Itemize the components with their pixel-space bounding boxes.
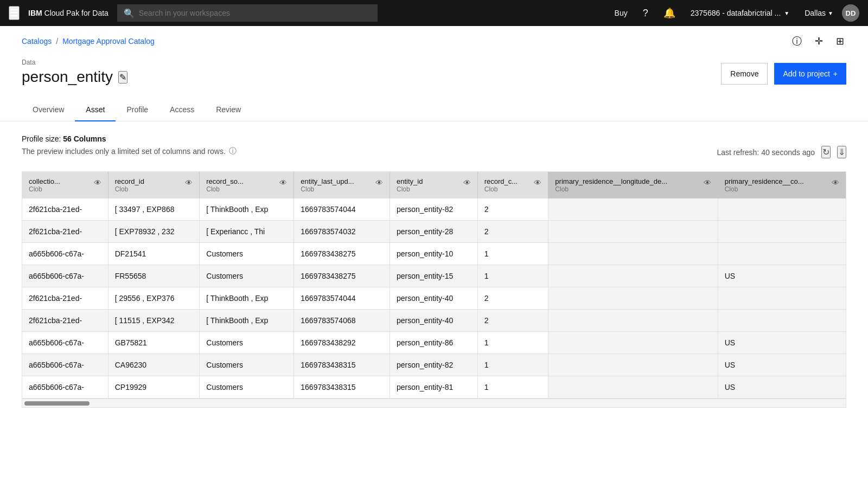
table-cell xyxy=(548,265,718,287)
table-cell: person_entity-10 xyxy=(390,243,478,265)
col-name-longitude: primary_residence__longitude_de... xyxy=(555,177,667,185)
table-body: 2f621cba-21ed-[ 33497 , EXP868[ ThinkBoo… xyxy=(22,198,846,399)
account-switcher[interactable]: 2375686 - datafabrictrial ... ▼ xyxy=(684,0,796,26)
table-cell: 2 xyxy=(477,198,548,221)
tab-review[interactable]: Review xyxy=(205,99,252,121)
col-name-collection: collectio... xyxy=(29,177,60,185)
scrollbar-thumb[interactable] xyxy=(24,401,90,406)
col-name-record-id: record_id xyxy=(115,177,144,185)
col-type-longitude: Clob xyxy=(555,185,667,193)
tabs-container: Overview Asset Profile Access Review xyxy=(0,86,868,121)
col-visibility-icon-co[interactable]: 👁 xyxy=(832,178,839,187)
edit-icon[interactable]: ✎ xyxy=(118,71,127,84)
table-cell: [ 33497 , EXP868 xyxy=(108,198,200,221)
page-header: Data person_entity ✎ Remove Add to proje… xyxy=(0,54,868,86)
col-type-record-c: Clob xyxy=(484,185,518,193)
table-cell: person_entity-82 xyxy=(390,354,478,376)
table-cell: person_entity-15 xyxy=(390,265,478,287)
table-cell: 1669783574032 xyxy=(294,221,390,243)
col-visibility-icon-record-so[interactable]: 👁 xyxy=(279,178,287,187)
table-cell: 1669783438315 xyxy=(294,354,390,376)
table-row: 2f621cba-21ed-[ 11515 , EXP342[ ThinkBoo… xyxy=(22,310,846,332)
notifications-button[interactable]: 🔔 xyxy=(657,0,682,26)
table-cell: [ 29556 , EXP376 xyxy=(108,287,200,310)
tab-access[interactable]: Access xyxy=(159,99,205,121)
table-cell: 2f621cba-21ed- xyxy=(22,198,108,221)
table-cell: US xyxy=(718,265,846,287)
avatar-initials: DD xyxy=(846,9,856,17)
table-cell: DF21541 xyxy=(108,243,200,265)
table-row: a665b606-c67a-CP19929Customers1669783438… xyxy=(22,376,846,399)
search-input[interactable] xyxy=(139,9,371,17)
table-cell xyxy=(548,310,718,332)
table-cell: person_entity-28 xyxy=(390,221,478,243)
table-cell xyxy=(548,198,718,221)
table-cell: 1669783438315 xyxy=(294,376,390,399)
col-visibility-icon-record-id[interactable]: 👁 xyxy=(185,178,193,187)
table-cell xyxy=(548,287,718,310)
table-cell: person_entity-82 xyxy=(390,198,478,221)
col-header-record-c: record_c... Clob 👁 xyxy=(477,172,548,198)
col-visibility-icon-entity-id[interactable]: 👁 xyxy=(463,178,471,187)
buy-button[interactable]: Buy xyxy=(608,0,634,26)
location-chevron-icon: ▼ xyxy=(828,10,833,16)
table-cell: 1 xyxy=(477,265,548,287)
table-cell: [ 11515 , EXP342 xyxy=(108,310,200,332)
table-cell: person_entity-40 xyxy=(390,287,478,310)
grid-view-icon[interactable]: ⊞ xyxy=(834,33,846,49)
table-cell: a665b606-c67a- xyxy=(22,376,108,399)
buy-label: Buy xyxy=(615,9,628,17)
tab-overview[interactable]: Overview xyxy=(22,99,75,121)
breadcrumb-root[interactable]: Catalogs xyxy=(22,37,52,46)
col-type-co: Clob xyxy=(725,185,804,193)
table-cell xyxy=(718,221,846,243)
table-cell: person_entity-86 xyxy=(390,332,478,354)
page-label: Data xyxy=(22,59,127,66)
col-header-entity-last-upd: entity_last_upd... Clob 👁 xyxy=(294,172,390,198)
chevron-down-icon: ▼ xyxy=(784,10,789,16)
table-cell: 1669783574044 xyxy=(294,287,390,310)
table-row: a665b606-c67a-FR55658Customers1669783438… xyxy=(22,265,846,287)
table-cell: [ ThinkBooth , Exp xyxy=(200,310,294,332)
table-cell: 1 xyxy=(477,376,548,399)
breadcrumb-current[interactable]: Mortgage Approval Catalog xyxy=(62,37,155,46)
table-cell: US xyxy=(718,354,846,376)
table-cell xyxy=(718,198,846,221)
breadcrumb-separator: / xyxy=(56,37,58,46)
col-type-entity-last-upd: Clob xyxy=(301,185,354,193)
search-box[interactable]: 🔍 xyxy=(117,4,378,22)
profile-size: Profile size: 56 Columns xyxy=(22,134,237,143)
horizontal-scrollbar[interactable] xyxy=(22,399,846,407)
avatar[interactable]: DD xyxy=(842,4,859,22)
add-to-project-button[interactable]: Add to project + xyxy=(774,63,846,85)
col-visibility-icon-entity-last-upd[interactable]: 👁 xyxy=(375,178,383,187)
brand-name: Cloud Pak for Data xyxy=(44,9,108,17)
refresh-button[interactable]: ↻ xyxy=(821,146,831,158)
table-cell: a665b606-c67a- xyxy=(22,332,108,354)
table-cell: 2f621cba-21ed- xyxy=(22,310,108,332)
table-cell: Customers xyxy=(200,354,294,376)
col-visibility-icon-collection[interactable]: 👁 xyxy=(94,178,101,187)
profile-size-value: 56 Columns xyxy=(63,134,106,143)
info-circle-icon[interactable]: ⓘ xyxy=(790,33,804,50)
tab-profile[interactable]: Profile xyxy=(116,99,159,121)
col-type-record-id: Clob xyxy=(115,185,144,193)
table-cell xyxy=(548,376,718,399)
col-name-record-so: record_so... xyxy=(206,177,244,185)
col-visibility-icon-record-c[interactable]: 👁 xyxy=(534,178,541,187)
tab-asset[interactable]: Asset xyxy=(75,99,116,121)
table-cell: 1669783574068 xyxy=(294,310,390,332)
schema-icon[interactable]: ✛ xyxy=(813,33,825,49)
location-switcher[interactable]: Dallas ▼ xyxy=(798,0,840,26)
remove-button[interactable]: Remove xyxy=(721,63,768,85)
hamburger-menu-button[interactable]: ☰ xyxy=(9,6,20,20)
col-header-co: primary_residence__co... Clob 👁 xyxy=(718,172,846,198)
table-cell: [ ThinkBooth , Exp xyxy=(200,287,294,310)
table-row: a665b606-c67a-GB75821Customers1669783438… xyxy=(22,332,846,354)
col-visibility-icon-longitude[interactable]: 👁 xyxy=(704,178,711,187)
help-button[interactable]: ? xyxy=(636,0,655,26)
table-cell: [ Experiancc , Thi xyxy=(200,221,294,243)
download-button[interactable]: ⇓ xyxy=(837,146,846,158)
table: collectio... Clob 👁 record_id Clob xyxy=(22,172,846,399)
profile-note-text: The preview includes only a limited set … xyxy=(22,147,226,156)
